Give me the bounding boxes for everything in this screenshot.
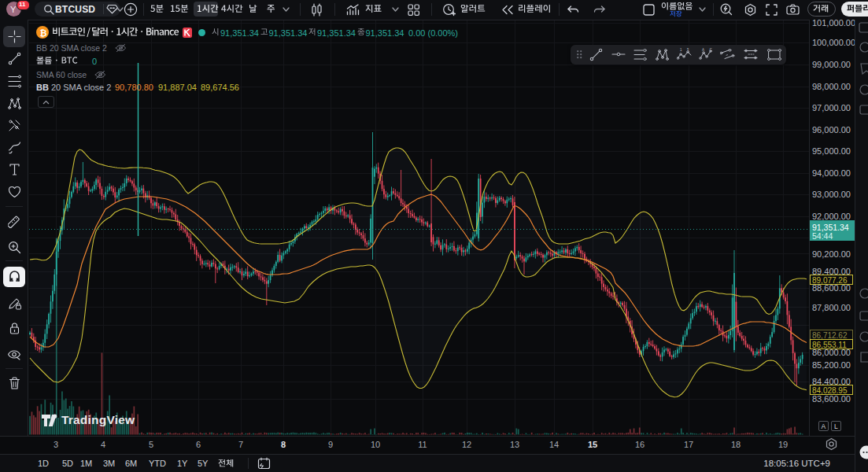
svg-text:A: A (702, 48, 704, 52)
svg-text:1: 1 (680, 48, 682, 52)
svg-text:5: 5 (687, 48, 689, 52)
svg-text:C: C (710, 48, 713, 52)
